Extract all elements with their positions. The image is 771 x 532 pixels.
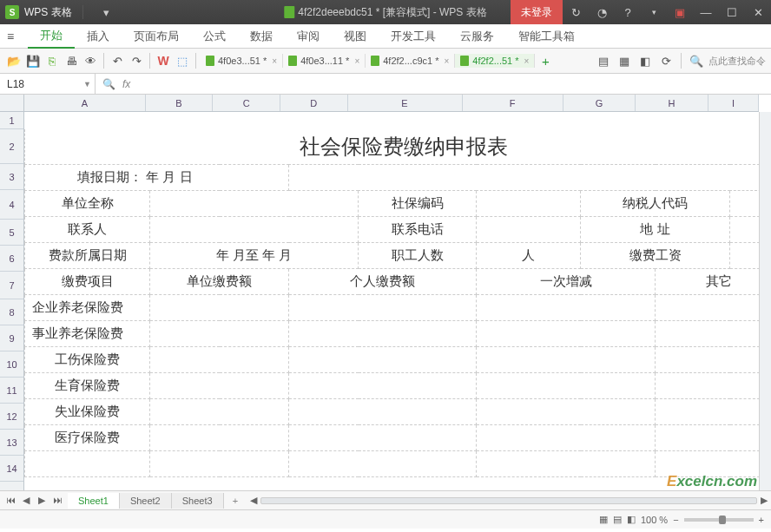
name-box[interactable]: L18 ▼	[0, 74, 96, 94]
col-header-G[interactable]: G	[563, 95, 636, 111]
vertical-scrollbar[interactable]	[759, 112, 771, 490]
close-button[interactable]: ✕	[745, 0, 771, 24]
horizontal-scrollbar[interactable]	[260, 497, 757, 504]
close-tab-icon[interactable]: ×	[444, 56, 449, 66]
add-tab-button[interactable]: +	[537, 52, 554, 69]
preview-icon[interactable]: 👁	[82, 52, 99, 69]
sheet-nav-prev[interactable]: ◀	[19, 495, 33, 506]
find-icon[interactable]: 🔍	[688, 52, 705, 69]
r11: 生育保险费	[25, 372, 150, 398]
doc-tab[interactable]: 4f2f2...51 *×	[455, 54, 535, 68]
view-page-icon[interactable]: ▤	[613, 514, 622, 525]
row-header-11[interactable]: 11	[0, 378, 23, 404]
row-header-7[interactable]: 7	[0, 272, 23, 299]
col-header-H[interactable]: H	[636, 95, 708, 111]
row-header-8[interactable]: 8	[0, 299, 23, 325]
row-header-3[interactable]: 3	[0, 164, 23, 190]
w-icon[interactable]: W	[155, 52, 172, 69]
col-header-B[interactable]: B	[146, 95, 214, 111]
menu-开始[interactable]: 开始	[28, 24, 75, 49]
sheet-tab-Sheet2[interactable]: Sheet2	[120, 493, 172, 509]
redo-icon[interactable]: ↷	[128, 52, 145, 69]
spreadsheet-grid[interactable]: ABCDEFGHI 1234567891011121314 社会保险费缴纳申报表…	[0, 95, 771, 490]
column-headers[interactable]: ABCDEFGHI	[24, 95, 759, 112]
view-break-icon[interactable]: ◧	[627, 514, 636, 525]
menu-视图[interactable]: 视图	[332, 24, 379, 49]
maximize-button[interactable]: ☐	[719, 0, 745, 24]
row-header-12[interactable]: 12	[0, 404, 23, 430]
row-header-1[interactable]: 1	[0, 112, 23, 129]
menu-插入[interactable]: 插入	[75, 24, 122, 49]
namebox-dropdown-icon[interactable]: ▼	[83, 80, 91, 89]
col-header-E[interactable]: E	[348, 95, 463, 111]
col-header-F[interactable]: F	[463, 95, 563, 111]
sheet-nav-next[interactable]: ▶	[35, 495, 49, 506]
formula-input[interactable]	[137, 78, 764, 90]
titlebar-dropdown-icon[interactable]: ▾	[94, 0, 120, 24]
zoom-out-button[interactable]: −	[673, 515, 678, 525]
col-header-A[interactable]: A	[24, 95, 146, 111]
search-fn-icon[interactable]: 🔍	[102, 78, 115, 90]
row-header-13[interactable]: 13	[0, 430, 23, 456]
row-header-5[interactable]: 5	[0, 220, 23, 246]
close-tab-icon[interactable]: ×	[524, 56, 530, 66]
pin-icon[interactable]: ▣	[667, 0, 693, 24]
menu-开发工具[interactable]: 开发工具	[379, 24, 448, 49]
doc-tab[interactable]: 4f2f2...c9c1 *×	[366, 54, 455, 68]
menu-云服务[interactable]: 云服务	[448, 24, 506, 49]
fx-label[interactable]: fx	[122, 78, 130, 90]
sync-icon[interactable]: ↻	[563, 0, 589, 24]
doc-tab[interactable]: 4f0e3...51 *×	[201, 54, 283, 68]
window-icon[interactable]: ◧	[636, 52, 654, 69]
list-icon[interactable]: ▤	[595, 52, 612, 69]
close-tab-icon[interactable]: ×	[272, 56, 277, 66]
row-header-4[interactable]: 4	[0, 190, 23, 220]
hscroll-left[interactable]: ◀	[250, 495, 257, 506]
cube-icon[interactable]: ⬚	[174, 52, 191, 69]
status-bar: ▦ ▤ ◧ 100 % − +	[0, 509, 771, 529]
doc-tab[interactable]: 4f0e3...11 *×	[283, 54, 366, 68]
more-icon[interactable]: ⟳	[657, 52, 675, 69]
add-sheet-button[interactable]: +	[224, 496, 247, 506]
row-header-9[interactable]: 9	[0, 325, 23, 351]
sheet-nav-last[interactable]: ⏭	[50, 495, 64, 506]
hamburger-icon[interactable]: ≡	[7, 30, 28, 43]
grid-icon[interactable]: ▦	[616, 52, 633, 69]
save-icon[interactable]: 💾	[24, 52, 42, 69]
hscroll-right[interactable]: ▶	[761, 495, 768, 506]
close-tab-icon[interactable]: ×	[354, 56, 359, 66]
login-button[interactable]: 未登录	[511, 0, 563, 24]
zoom-in-button[interactable]: +	[759, 515, 764, 525]
col-header-I[interactable]: I	[708, 95, 759, 111]
undo-icon[interactable]: ↶	[109, 52, 126, 69]
search-placeholder[interactable]: 点此查找命令	[708, 55, 766, 68]
menu-公式[interactable]: 公式	[191, 24, 238, 49]
sheet-tab-Sheet1[interactable]: Sheet1	[68, 493, 120, 509]
help-icon[interactable]: ?	[615, 0, 641, 24]
export-icon[interactable]: ⎘	[43, 52, 61, 69]
menu-页面布局[interactable]: 页面布局	[122, 24, 191, 49]
select-all-corner[interactable]	[0, 95, 24, 112]
row-header-6[interactable]: 6	[0, 246, 23, 272]
view-normal-icon[interactable]: ▦	[599, 514, 608, 525]
menu-智能工具箱[interactable]: 智能工具箱	[506, 24, 587, 49]
help-dropdown-icon[interactable]: ▾	[641, 0, 667, 24]
col-header-D[interactable]: D	[280, 95, 348, 111]
sheet-tab-Sheet3[interactable]: Sheet3	[172, 493, 224, 509]
menu-数据[interactable]: 数据	[238, 24, 285, 49]
cells-area[interactable]: 社会保险费缴纳申报表 填报日期： 年 月 日 单位全称社保编码纳税人代码 联系人…	[24, 112, 759, 490]
row-header-10[interactable]: 10	[0, 351, 23, 378]
minimize-button[interactable]: —	[693, 0, 719, 24]
menu-审阅[interactable]: 审阅	[285, 24, 332, 49]
row-header-2[interactable]: 2	[0, 129, 23, 164]
app-logo: S	[5, 5, 19, 19]
zoom-value[interactable]: 100 %	[641, 515, 668, 525]
sheet-nav-first[interactable]: ⏮	[3, 495, 17, 506]
zoom-slider[interactable]	[684, 518, 754, 522]
open-icon[interactable]: 📂	[5, 52, 23, 69]
skin-icon[interactable]: ◔	[589, 0, 615, 24]
row-headers[interactable]: 1234567891011121314	[0, 112, 24, 490]
col-header-C[interactable]: C	[213, 95, 280, 111]
print-icon[interactable]: 🖶	[63, 52, 80, 69]
row-header-14[interactable]: 14	[0, 456, 23, 482]
